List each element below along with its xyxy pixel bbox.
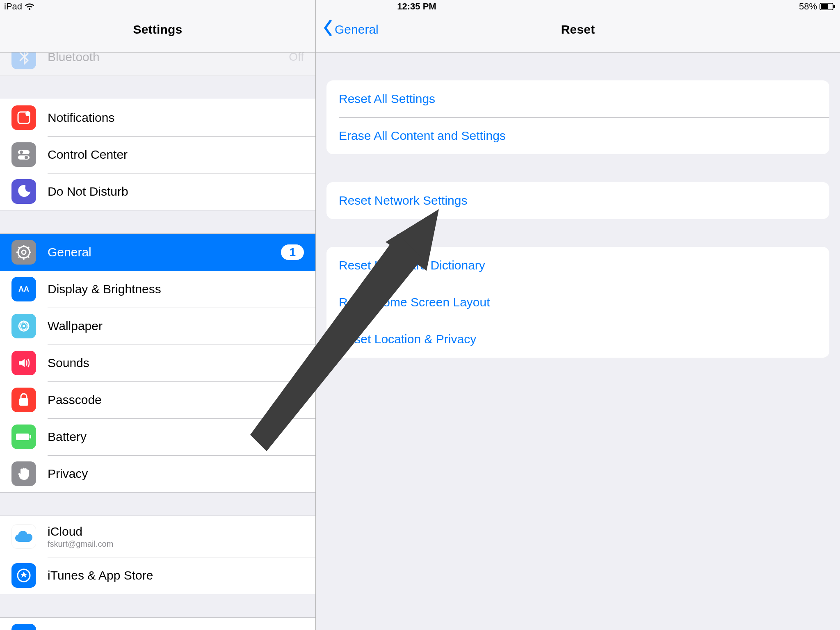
svg-point-6: [20, 151, 23, 154]
sounds-icon: [11, 351, 36, 375]
next-item-icon: [11, 624, 36, 630]
notifications-icon: [11, 105, 36, 130]
svg-line-17: [27, 247, 29, 249]
display-brightness-icon: AA: [11, 277, 36, 301]
sidebar-group-b: General 1 AA Display & Brightness Wallp: [0, 233, 315, 493]
sidebar-item-label: Passcode: [48, 393, 102, 407]
icloud-email: fskurt@gmail.com: [48, 539, 113, 549]
svg-rect-30: [19, 398, 28, 406]
sidebar-item-label: General: [48, 245, 91, 259]
svg-point-29: [20, 328, 22, 330]
reset-all-settings[interactable]: Reset All Settings: [326, 80, 829, 117]
svg-point-28: [26, 322, 28, 324]
sidebar-item-dnd[interactable]: Do Not Disturb: [0, 173, 315, 210]
sidebar-item-general[interactable]: General 1: [0, 234, 315, 271]
reset-row-label: Reset Location & Privacy: [339, 332, 476, 346]
sidebar-item-label: Bluetooth: [48, 52, 100, 64]
svg-line-18: [18, 256, 20, 258]
sidebar-item-next[interactable]: [0, 618, 315, 630]
sidebar-item-label: Privacy: [48, 467, 88, 481]
sidebar-group-network: Wi-Fi superhero Bluetooth Off: [0, 52, 315, 76]
sidebar-item-wallpaper[interactable]: Wallpaper: [0, 308, 315, 345]
svg-point-23: [23, 329, 25, 331]
reset-row-label: Reset Keyboard Dictionary: [339, 258, 485, 272]
bluetooth-value: Off: [289, 52, 304, 64]
svg-point-8: [25, 156, 28, 159]
battery-icon: [819, 3, 836, 10]
bluetooth-icon: [11, 52, 36, 69]
settings-sidebar: Settings Wi-Fi superhero: [0, 0, 316, 630]
sidebar-item-label: Control Center: [48, 148, 128, 162]
sidebar-item-label: Display & Brightness: [48, 282, 161, 296]
sidebar-group-c: iCloud fskurt@gmail.com iTunes & App Sto…: [0, 516, 315, 594]
sidebar-group-next: [0, 617, 315, 630]
reset-group-1: Reset All Settings Erase All Content and…: [326, 80, 829, 154]
svg-point-24: [19, 325, 21, 327]
hand-icon: [11, 461, 36, 486]
sidebar-item-battery[interactable]: Battery: [0, 418, 315, 455]
sidebar-item-label: Notifications: [48, 111, 114, 125]
sidebar-item-label: Sounds: [48, 356, 89, 370]
reset-row-label: Erase All Content and Settings: [339, 129, 506, 143]
sidebar-item-label: Battery: [48, 430, 87, 444]
gear-icon: [11, 240, 36, 265]
svg-point-27: [26, 328, 28, 330]
svg-rect-1: [833, 5, 835, 8]
svg-rect-31: [16, 434, 29, 440]
wifi-icon: [25, 3, 34, 10]
lock-icon: [11, 388, 36, 412]
control-center-icon: [11, 142, 36, 167]
sidebar-item-label: Do Not Disturb: [48, 185, 128, 199]
svg-rect-32: [30, 435, 31, 438]
sidebar-item-notifications[interactable]: Notifications: [0, 99, 315, 136]
svg-point-21: [23, 325, 25, 327]
svg-text:AA: AA: [18, 285, 29, 293]
svg-point-22: [23, 321, 25, 323]
reset-location-privacy[interactable]: Reset Location & Privacy: [326, 321, 829, 358]
status-bar: iPad 12:35 PM 58%: [0, 0, 840, 13]
sidebar-item-icloud[interactable]: iCloud fskurt@gmail.com: [0, 516, 315, 557]
sidebar-item-sounds[interactable]: Sounds: [0, 345, 315, 381]
reset-group-3: Reset Keyboard Dictionary Reset Home Scr…: [326, 247, 829, 358]
sidebar-item-label: iTunes & App Store: [48, 568, 153, 582]
sidebar-item-bluetooth[interactable]: Bluetooth Off: [0, 52, 315, 75]
wallpaper-icon: [11, 314, 36, 338]
detail-pane: General Reset Reset All Settings Erase A…: [316, 0, 840, 630]
appstore-icon: [11, 563, 36, 588]
sidebar-item-label: iCloud: [48, 525, 113, 539]
reset-row-label: Reset Home Screen Layout: [339, 295, 490, 309]
sidebar-item-display[interactable]: AA Display & Brightness: [0, 271, 315, 308]
detail-title: Reset: [316, 23, 840, 37]
sidebar-item-control-center[interactable]: Control Center: [0, 136, 315, 173]
sidebar-item-privacy[interactable]: Privacy: [0, 455, 315, 492]
svg-rect-2: [821, 4, 828, 9]
moon-icon: [11, 179, 36, 204]
sidebar-group-a: Notifications Control Center Do Not Dist…: [0, 99, 315, 210]
sidebar-item-passcode[interactable]: Passcode: [0, 381, 315, 418]
svg-point-4: [25, 111, 30, 116]
device-label: iPad: [4, 1, 22, 12]
sidebar-title: Settings: [0, 23, 315, 37]
reset-network-settings[interactable]: Reset Network Settings: [326, 182, 829, 219]
reset-keyboard-dictionary[interactable]: Reset Keyboard Dictionary: [326, 247, 829, 284]
icloud-icon: [11, 524, 36, 549]
reset-row-label: Reset All Settings: [339, 92, 435, 106]
svg-line-15: [18, 247, 20, 249]
reset-home-screen-layout[interactable]: Reset Home Screen Layout: [326, 284, 829, 321]
sidebar-item-itunes[interactable]: iTunes & App Store: [0, 557, 315, 594]
svg-point-25: [27, 325, 29, 327]
svg-point-26: [20, 322, 22, 324]
status-time: 12:35 PM: [397, 1, 436, 12]
battery-settings-icon: [11, 425, 36, 449]
reset-group-2: Reset Network Settings: [326, 182, 829, 219]
erase-all-content[interactable]: Erase All Content and Settings: [326, 117, 829, 154]
svg-line-16: [27, 256, 29, 258]
battery-percent: 58%: [799, 1, 817, 12]
sidebar-item-label: Wallpaper: [48, 319, 103, 333]
reset-row-label: Reset Network Settings: [339, 194, 467, 208]
general-badge: 1: [281, 244, 304, 260]
svg-point-10: [22, 250, 26, 254]
